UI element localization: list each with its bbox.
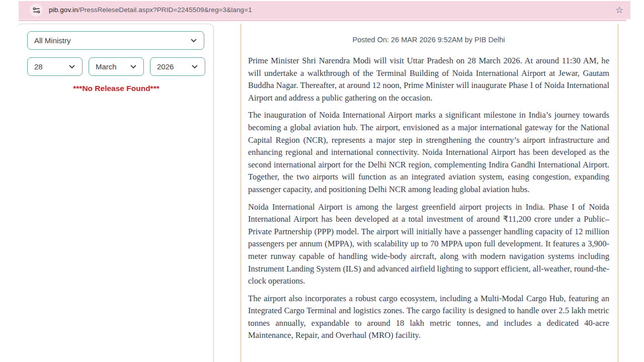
ministry-select[interactable]: All Ministry [27, 31, 204, 50]
no-release-message: ***No Release Found*** [27, 84, 205, 93]
url-path: /PressReleseDetail.aspx?PRID=2245509&reg… [78, 6, 252, 14]
chevron-down-icon [69, 65, 75, 69]
ministry-select-value: All Ministry [34, 36, 71, 45]
chevron-down-icon [192, 65, 198, 69]
chevron-down-icon [130, 65, 136, 69]
article-paragraph: Noida International Airport is among the… [248, 201, 609, 288]
toolbar-bottom-edge [19, 20, 626, 21]
article-paragraph: Prime Minister Shri Narendra Modi will v… [248, 55, 609, 104]
bookmark-star-button[interactable]: ☆ [613, 4, 625, 16]
url-domain: pib.gov.in [49, 6, 78, 14]
article-paragraph: The airport also incorporates a robust c… [248, 293, 609, 342]
tune-icon [33, 7, 40, 14]
address-bar[interactable]: pib.gov.in/PressReleseDetail.aspx?PRID=2… [49, 6, 252, 14]
site-info-button[interactable] [30, 4, 43, 17]
chevron-down-icon [191, 39, 197, 43]
year-select-value: 2026 [157, 62, 174, 71]
posted-on-line: Posted On: 26 MAR 2026 9:52AM by PIB Del… [248, 36, 609, 44]
month-select-value: March [96, 62, 117, 71]
day-select[interactable]: 28 [27, 57, 83, 76]
day-select-value: 28 [34, 62, 43, 71]
year-select[interactable]: 2026 [150, 57, 205, 76]
month-select[interactable]: March [89, 57, 144, 76]
article-paragraph: The inauguration of Noida International … [248, 109, 609, 196]
star-icon: ☆ [615, 6, 623, 15]
press-release-panel: Posted On: 26 MAR 2026 9:52AM by PIB Del… [240, 24, 619, 362]
